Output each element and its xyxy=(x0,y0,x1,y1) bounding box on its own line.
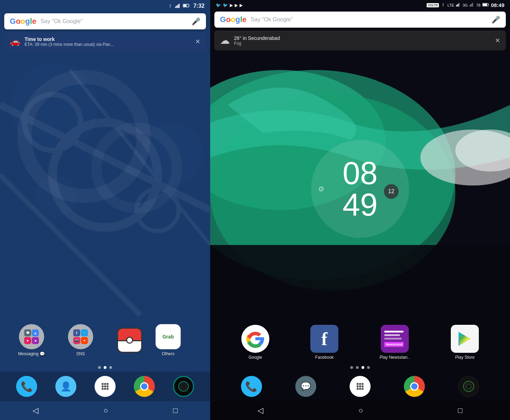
dock-drawer-right[interactable] xyxy=(350,376,371,397)
rdot-1 xyxy=(350,366,353,369)
weather-temp: 26° in Secunderabad xyxy=(234,35,495,41)
clock-widget: 08 49 ⚙ 12 xyxy=(210,53,510,321)
battery-icon-right xyxy=(482,2,489,8)
chrome-center-right xyxy=(410,382,419,391)
messaging-label: Messaging 💬 xyxy=(18,351,45,356)
newsstand-icon: Newsstand xyxy=(381,325,409,353)
pokeball-center xyxy=(126,337,133,344)
svg-point-48 xyxy=(361,388,364,390)
nav-home-right[interactable]: ○ xyxy=(358,406,363,415)
dock-phone-icon[interactable]: 📞 xyxy=(16,376,37,397)
page-indicators-right xyxy=(210,363,510,372)
svg-point-15 xyxy=(102,385,104,387)
dock-chrome-icon[interactable] xyxy=(134,376,155,397)
mini-app-3: ♥ xyxy=(24,337,31,344)
mini-tw: 🐦 xyxy=(81,329,88,336)
notif-content: Time to work ETA: 39 min (3 mins more th… xyxy=(25,36,195,47)
svg-rect-29 xyxy=(457,4,457,6)
facebook-icon: f xyxy=(310,325,338,353)
sns-folder-icon: f 🐦 📷 ● xyxy=(68,324,93,349)
left-phone: 7:32 Google Say "Ok Google" 🎤 🚗 Time to … xyxy=(0,0,210,420)
svg-point-18 xyxy=(102,388,104,390)
notif-subtitle: ETA: 39 min (3 mins more than usual) via… xyxy=(25,42,195,47)
dock-contacts-icon[interactable]: 👤 xyxy=(55,376,76,397)
dock-chrome-right[interactable] xyxy=(404,376,425,397)
svg-point-43 xyxy=(357,385,359,387)
nav-back-right[interactable]: ◁ xyxy=(257,406,263,415)
search-bar-right[interactable]: Google Say "Ok Google" 🎤 xyxy=(214,12,506,28)
clock-gear-icon[interactable]: ⚙ xyxy=(318,185,324,193)
search-placeholder-right[interactable]: Say "Ok Google" xyxy=(251,16,491,23)
nav-home-left[interactable]: ○ xyxy=(103,406,108,415)
rdot-2 xyxy=(356,366,359,369)
ns-line-3 xyxy=(384,338,402,340)
svg-rect-35 xyxy=(473,3,473,7)
svg-point-44 xyxy=(359,385,361,387)
clock-date-badge: 12 xyxy=(384,184,399,199)
app-facebook[interactable]: f Facebook xyxy=(310,325,338,360)
signal-3g-right: 3G xyxy=(463,3,468,7)
svg-point-47 xyxy=(359,388,361,390)
app-playstore[interactable]: Play Store xyxy=(451,325,479,360)
twitter-icon-2: 🐦 xyxy=(223,3,228,8)
svg-rect-31 xyxy=(459,3,460,7)
mic-icon-left[interactable]: 🎤 xyxy=(192,17,200,26)
app-newsstand[interactable]: Newsstand Play Newsstan.. xyxy=(380,325,410,360)
grab-icon: Grab xyxy=(156,324,181,349)
app-google[interactable]: Google xyxy=(241,325,269,360)
svg-point-17 xyxy=(106,385,109,387)
dock-camera-icon[interactable] xyxy=(173,376,194,397)
messaging-folder-icon: 💬 ▲ ♥ ★ xyxy=(19,324,44,349)
svg-point-41 xyxy=(359,383,361,385)
clock-circle: 08 49 ⚙ 12 xyxy=(311,140,409,238)
notification-card-left: 🚗 Time to work ETA: 39 min (3 mins more … xyxy=(4,32,206,51)
camera-lens xyxy=(178,381,189,392)
youtube-icon-1: ▶ xyxy=(230,3,233,8)
search-placeholder-left[interactable]: Say "Ok Google" xyxy=(41,18,192,24)
newsstand-label: Play Newsstan.. xyxy=(380,355,410,360)
status-right-icons: VOLTE LTE 3G 78 08:49 xyxy=(427,2,504,8)
nav-recent-right[interactable]: □ xyxy=(458,406,462,415)
dock-phone-right[interactable]: 📞 xyxy=(241,376,262,397)
search-bar-left[interactable]: Google Say "Ok Google" 🎤 xyxy=(4,13,206,29)
dock-drawer-icon[interactable] xyxy=(95,376,116,397)
status-icons-left: 7:32 xyxy=(167,3,205,9)
dock-camera-right[interactable] xyxy=(458,376,479,397)
time-right: 08:49 xyxy=(491,2,504,8)
notif-car-icon: 🚗 xyxy=(10,37,20,47)
status-left-icons: 🐦 🐦 ▶ ▶ ▶ xyxy=(216,3,243,8)
playstore-icon xyxy=(451,325,479,353)
dock-right: 📞 💬 xyxy=(210,372,510,401)
app-others[interactable]: Grab Others xyxy=(151,324,186,356)
rdot-3-active xyxy=(361,366,364,369)
app-messaging[interactable]: 💬 ▲ ♥ ★ Messaging 💬 xyxy=(14,324,49,356)
svg-rect-7 xyxy=(176,6,177,8)
wifi-icon-right xyxy=(441,2,446,8)
ns-label-bar: Newsstand xyxy=(384,342,404,347)
signal-4g-right xyxy=(469,2,474,8)
weather-content: 26° in Secunderabad Fog xyxy=(234,35,495,46)
camera-inner-lens xyxy=(466,384,471,389)
mini-rd: ● xyxy=(81,337,88,344)
ns-label-text: Newsstand xyxy=(386,343,403,346)
svg-rect-37 xyxy=(483,4,487,6)
app-pokemon[interactable] xyxy=(112,328,147,353)
ns-line-1 xyxy=(384,331,404,332)
weather-close-button[interactable]: ✕ xyxy=(495,37,500,44)
app-sns[interactable]: f 🐦 📷 ● SNS xyxy=(63,324,98,356)
mic-icon-right[interactable]: 🎤 xyxy=(491,15,500,24)
battery-right: 78 xyxy=(476,3,480,7)
nav-recent-left[interactable]: □ xyxy=(173,406,178,415)
dock-left: 📞 👤 xyxy=(0,372,210,401)
messaging-folder-inner: 💬 ▲ ♥ ★ xyxy=(21,327,42,347)
notif-close-button[interactable]: ✕ xyxy=(195,38,200,46)
camera-lens-right xyxy=(463,381,474,392)
google-label: Google xyxy=(248,355,262,360)
others-label: Others xyxy=(162,351,174,356)
dock-messaging-right[interactable]: 💬 xyxy=(295,376,316,397)
rdot-4 xyxy=(367,366,370,369)
nav-back-left[interactable]: ◁ xyxy=(33,406,39,415)
mini-fb: f xyxy=(73,329,80,336)
playstore-label: Play Store xyxy=(455,355,475,360)
svg-rect-30 xyxy=(458,4,459,6)
